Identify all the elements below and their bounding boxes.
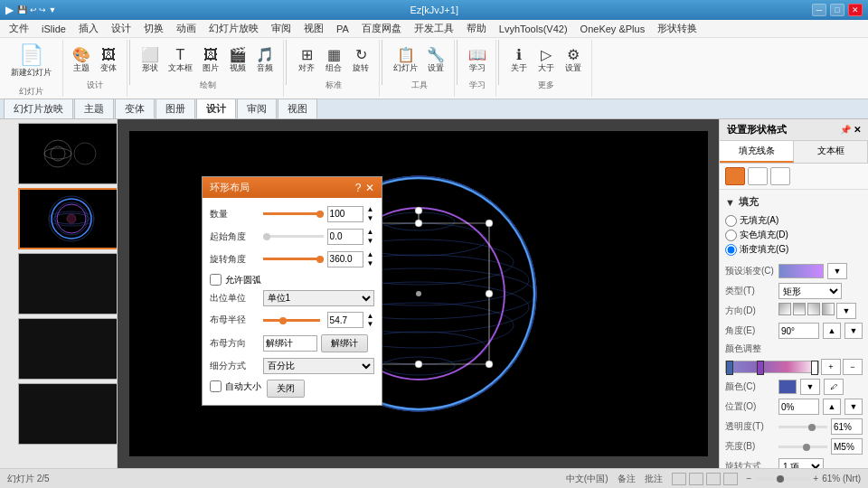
line-icon-button[interactable] [748,167,768,185]
menu-baidu[interactable]: 百度网盘 [356,20,407,37]
dialog-radius-thumb[interactable] [279,317,287,324]
trans-thumb[interactable] [808,424,816,431]
prop-angle-input[interactable] [778,323,819,339]
dialog-autosize-checkbox[interactable] [210,380,222,392]
dialog-count-slider[interactable] [263,212,324,215]
tab-slideshow[interactable]: 幻灯片放映 [4,99,73,118]
new-slide-button[interactable]: 📄 新建幻灯片 [5,40,57,82]
right-panel-pin[interactable]: 📌 [840,125,851,135]
menu-insert[interactable]: 插入 [73,20,104,37]
close-button[interactable]: ✕ [848,4,863,16]
prop-trans-input[interactable] [831,418,863,435]
pos-up-btn[interactable]: ▲ [823,399,841,415]
prop-pos-input[interactable] [778,399,819,415]
trans-slider[interactable] [778,426,827,428]
greater-button[interactable]: ▷ 大于 [533,46,559,76]
dialog-start-angle-down[interactable]: ▼ [367,237,374,246]
menu-pa[interactable]: PA [331,22,354,36]
slide-thumb-2[interactable] [18,188,118,249]
dialog-help-button[interactable]: ? [355,182,362,194]
zoom-slider[interactable] [755,477,809,481]
dialog-arc-checkbox[interactable] [210,274,222,286]
dialog-radius-down[interactable]: ▼ [367,320,374,329]
menu-view[interactable]: 视图 [298,20,329,37]
fill-section-header[interactable]: ▼ 填充 [725,195,863,209]
settings-button[interactable]: ⚙ 设置 [561,46,586,76]
bright-thumb[interactable] [803,444,810,451]
tab-album[interactable]: 图册 [156,99,195,118]
prop-type-select[interactable]: 矩形 线性 射线 [778,283,842,299]
slide-thumb-5[interactable] [18,383,118,445]
fullscreen-btn[interactable] [723,473,738,485]
angle-down-btn[interactable]: ▼ [844,323,863,339]
dialog-sweep-input[interactable]: 360.0 [327,251,363,267]
dir-btn-2[interactable] [793,303,806,315]
slide-canvas[interactable]: 环形布局 ? ✕ 数量 100 [129,131,708,456]
dialog-start-angle-up[interactable]: ▲ [367,228,374,237]
dialog-start-angle-thumb[interactable] [263,233,270,240]
dialog-direction-input[interactable]: 解绑计 [263,335,317,352]
dialog-radius-input[interactable]: 54.7 [327,312,363,328]
direction-more-btn[interactable]: ▼ [836,303,856,319]
preset-color-preview[interactable] [778,264,824,278]
prop-color-picker[interactable]: 🖊 [824,379,844,395]
slide-sorter-btn[interactable] [689,473,703,485]
menu-transition[interactable]: 切换 [138,20,169,37]
audio-button[interactable]: 🎵 音频 [252,46,278,76]
menu-review[interactable]: 审阅 [266,20,297,37]
fill-solid-radio[interactable] [725,230,737,241]
minimize-button[interactable]: ─ [812,4,826,16]
menu-islide[interactable]: iSlide [36,22,71,36]
dialog-radius-up[interactable]: ▲ [367,312,374,321]
gradient-add-btn[interactable]: + [821,359,841,375]
pptool-button[interactable]: 🔧 设置 [423,46,448,76]
tab-theme[interactable]: 主题 [74,99,114,118]
menu-onekey[interactable]: OneKey &Plus [575,22,651,36]
right-tab-textbox[interactable]: 文本框 [794,141,868,163]
slide-tool-button[interactable]: 📋 幻灯片 [390,46,421,76]
variant-button[interactable]: 🖼 变体 [96,46,121,76]
video-button[interactable]: 🎬 视频 [225,46,250,76]
dialog-close-button[interactable]: ✕ [365,182,374,194]
gradient-stop-1[interactable] [726,361,733,375]
dialog-count-input[interactable]: 100 [327,206,363,222]
dialog-relpos-select[interactable]: 百分比 绝对值 [263,358,374,374]
preset-dropdown-btn[interactable]: ▼ [827,263,847,279]
learn-button[interactable]: 📖 学习 [465,46,490,76]
gradient-stop-3[interactable] [811,361,818,375]
right-panel-close[interactable]: ✕ [854,125,861,135]
menu-lvyh[interactable]: LvyhTools(V42) [494,22,573,36]
dialog-direction-button[interactable]: 解绑计 [321,334,368,352]
menu-shape[interactable]: 形状转换 [652,20,703,37]
dialog-sweep-slider[interactable] [263,258,324,260]
menu-slideshow[interactable]: 幻灯片放映 [203,20,264,37]
rotate-button[interactable]: ↻ 旋转 [348,46,373,76]
effect-icon-button[interactable] [770,167,790,185]
slide-thumb-1[interactable] [18,123,118,184]
prop-bright-input[interactable] [831,438,863,455]
tab-view[interactable]: 视图 [278,99,317,118]
tab-review[interactable]: 审阅 [237,99,277,118]
image-button[interactable]: 🖼 图片 [198,46,223,76]
dialog-radius-slider[interactable] [263,319,320,322]
slide-thumb-4[interactable] [18,318,118,380]
theme-button[interactable]: 🎨 主题 [69,46,94,76]
normal-view-btn[interactable] [672,473,686,485]
dialog-start-angle-input[interactable]: 0.0 [327,229,363,245]
right-tab-fill[interactable]: 填充线条 [720,141,794,163]
dir-btn-4[interactable] [822,303,835,315]
menu-design[interactable]: 设计 [106,20,137,37]
fill-none-radio[interactable] [725,215,737,227]
dialog-sweep-up[interactable]: ▲ [367,250,374,259]
shape-button[interactable]: ⬜ 形状 [137,46,163,76]
group-button[interactable]: ▦ 组合 [321,46,346,76]
gradient-stop-2[interactable] [757,361,764,375]
angle-up-btn[interactable]: ▲ [823,323,841,339]
dir-btn-3[interactable] [807,303,820,315]
menu-animation[interactable]: 动画 [171,20,202,37]
menu-file[interactable]: 文件 [4,20,34,37]
tab-designtools[interactable]: 设计 [196,99,236,118]
dialog-count-up[interactable]: ▲ [367,205,374,214]
fill-gradient-radio[interactable] [725,244,737,256]
reading-view-btn[interactable] [706,473,721,485]
